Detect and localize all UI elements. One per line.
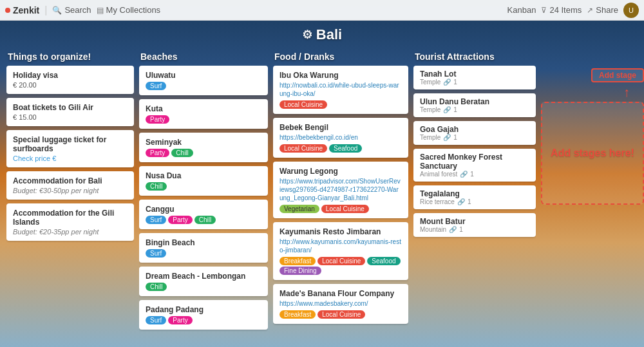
link-icon: 🔗 [449, 226, 457, 233]
card-check: Check price € [13, 155, 128, 162]
card-budget: Budget: €20-35pp per night [13, 228, 128, 236]
attraction-type: Rice terrace [420, 198, 455, 205]
list-item[interactable]: Accommodation for the Gili Islands Budge… [6, 203, 134, 241]
page-title-bar: ⚙ Bali [0, 21, 644, 49]
count: 1 [453, 106, 457, 113]
user-avatar[interactable]: U [623, 3, 639, 18]
collections-nav-item[interactable]: ▤ My Collections [97, 5, 161, 15]
list-item[interactable]: Uluwatu Surf [139, 66, 268, 95]
count: 1 [459, 226, 463, 233]
add-stage-container: Add stage ↑ Add stages here! [541, 68, 644, 205]
card-title: Ulun Danu Beratan [420, 97, 529, 106]
tag-local-cuisine: Local Cuisine [279, 144, 327, 153]
add-stage-button[interactable]: Add stage [591, 68, 644, 82]
list-item[interactable]: Goa Gajah Temple 🔗 1 [413, 121, 536, 145]
card-title: Tanah Lot [420, 70, 529, 79]
card-title: Ibu Oka Warung [279, 71, 402, 80]
card-title: Kayumanis Resto Jimbaran [279, 227, 402, 236]
tag-fine-dining: Fine Dining [279, 267, 321, 275]
list-item[interactable]: Bebek Bengil https://bebekbengil.co.id/e… [273, 118, 408, 158]
card-title: Kuta [146, 104, 261, 113]
card-meta: Rice terrace 🔗 1 [420, 198, 529, 205]
search-nav-item[interactable]: 🔍 Search [52, 5, 91, 15]
filter-icon: ⊽ [541, 6, 547, 15]
tag-local-cuisine: Local Cuisine [317, 257, 365, 265]
card-tags: Breakfast Local Cuisine [279, 310, 402, 319]
attraction-type: Animal forest [420, 171, 457, 178]
add-stage-label: Add stage [599, 71, 636, 80]
list-item[interactable]: Made's Banana Flour Company https://www.… [273, 284, 408, 324]
list-item[interactable]: Special luggage ticket for surfboards Ch… [6, 130, 134, 167]
card-tags: Party Chill [146, 149, 261, 157]
tag-breakfast: Breakfast [279, 310, 316, 319]
list-item[interactable]: Warung Legong https://www.tripadvisor.co… [273, 162, 408, 218]
column-todo-cards: Holiday visa € 20.00 Boat tickets to Gil… [6, 66, 134, 245]
link-icon: 🔗 [443, 134, 451, 141]
card-title: Dream Beach - Lembongan [146, 272, 261, 281]
attraction-type: Temple [420, 106, 440, 113]
card-title: Seminyak [146, 138, 261, 147]
app-logo[interactable]: Zenkit [5, 5, 39, 15]
card-link: https://www.tripadvisor.com/ShowUserRevi… [279, 177, 402, 202]
list-item[interactable]: Seminyak Party Chill [139, 133, 268, 162]
column-beaches-cards: Uluwatu Surf Kuta Party Seminyak Party C… [139, 66, 268, 333]
tag-seafood: Seafood [329, 144, 362, 153]
card-tags: Party [146, 115, 261, 124]
tag-party: Party [146, 115, 169, 124]
card-title: Bingin Beach [146, 238, 261, 247]
card-link: http://www.kayumanis.com/kayumanis-resto… [279, 238, 402, 254]
card-tags: Chill [146, 182, 261, 191]
list-item[interactable]: Kuta Party [139, 99, 268, 129]
card-title: Warung Legong [279, 167, 402, 176]
card-link: https://www.madesbakery.com/ [279, 299, 402, 308]
collections-label: My Collections [106, 5, 161, 15]
tag-party: Party [146, 149, 169, 157]
list-item[interactable]: Boat tickets to Gili Air € 15.00 [6, 98, 134, 126]
tag-chill: Chill [146, 182, 167, 191]
add-stage-box[interactable]: ↑ Add stages here! [541, 102, 644, 205]
add-stage-button-area: Add stage [541, 68, 644, 82]
list-item[interactable]: Canggu Surf Party Chill [139, 200, 268, 229]
list-item[interactable]: Ulun Danu Beratan Temple 🔗 1 [413, 93, 536, 117]
list-item[interactable]: Bingin Beach Surf [139, 233, 268, 263]
card-budget: Budget: €30-50pp per night [13, 187, 128, 194]
card-tags-2: Fine Dining [279, 267, 402, 275]
card-title: Made's Banana Flour Company [279, 289, 402, 298]
list-item[interactable]: Accommodation for Bali Budget: €30-50pp … [6, 171, 134, 200]
list-item[interactable]: Padang Padang Surf Party [139, 300, 268, 330]
count: 1 [453, 134, 457, 141]
card-meta: Mountain 🔗 1 [420, 226, 529, 233]
card-title: Mount Batur [420, 217, 529, 226]
tag-chill: Chill [194, 216, 216, 224]
card-title: Goa Gajah [420, 125, 529, 134]
tag-party: Party [168, 216, 192, 224]
list-item[interactable]: Tegalalang Rice terrace 🔗 1 [413, 185, 536, 209]
page-title: Bali [316, 26, 342, 43]
list-item[interactable]: Kayumanis Resto Jimbaran http://www.kayu… [273, 222, 408, 280]
share-nav-item[interactable]: ↗ Share [587, 5, 618, 15]
card-title: Tegalalang [420, 189, 529, 198]
list-item[interactable]: Nusa Dua Chill [139, 166, 268, 196]
column-tourist-cards: Tanah Lot Temple 🔗 1 Ulun Danu Beratan T… [413, 66, 536, 241]
tag-vegetarian: Vegetarian [279, 205, 319, 213]
card-title: Padang Padang [146, 305, 261, 314]
card-meta: Temple 🔗 1 [420, 106, 529, 113]
list-item[interactable]: Mount Batur Mountain 🔗 1 [413, 213, 536, 237]
column-tourist-header: Tourist Attractions [413, 49, 536, 66]
column-food-header: Food / Dranks [273, 49, 408, 66]
list-item[interactable]: Dream Beach - Lembongan Chill [139, 267, 268, 296]
list-item[interactable]: Sacred Monkey Forest Sanctuary Animal fo… [413, 149, 536, 182]
count: 1 [468, 198, 471, 205]
card-tags: Surf [146, 82, 261, 90]
kanban-nav-item[interactable]: Kanban [507, 5, 536, 15]
list-item[interactable]: Tanah Lot Temple 🔗 1 [413, 66, 536, 89]
link-icon: 🔗 [443, 106, 451, 113]
list-item[interactable]: Holiday visa € 20.00 [6, 66, 134, 94]
card-meta: Animal forest 🔗 1 [420, 171, 529, 178]
card-meta: Temple 🔗 1 [420, 134, 529, 141]
tag-surf: Surf [146, 316, 166, 324]
list-item[interactable]: Ibu Oka Warung http://nowbali.co.id/whil… [273, 66, 408, 114]
logo-dot [5, 8, 10, 13]
filter-nav-item[interactable]: ⊽ 24 Items [541, 5, 582, 15]
tag-local-cuisine: Local Cuisine [279, 100, 327, 109]
